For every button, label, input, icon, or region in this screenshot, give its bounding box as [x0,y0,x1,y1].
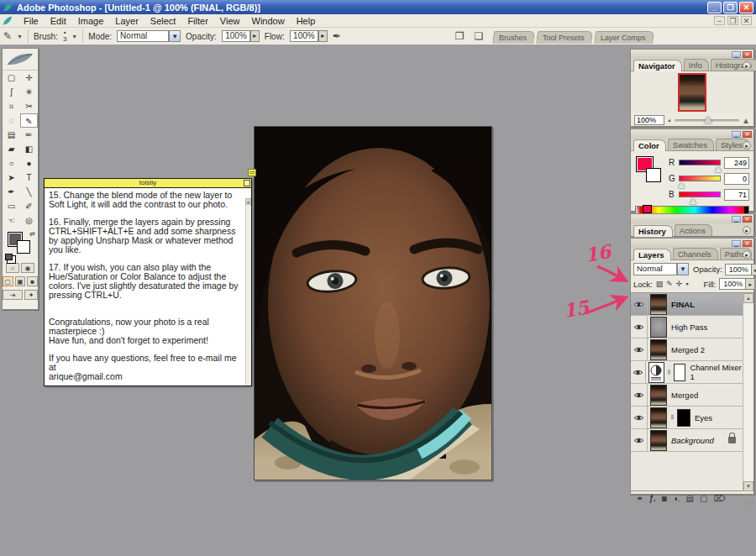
layer-fill-input[interactable]: 100% [719,278,746,290]
background-color-swatch[interactable] [17,240,30,254]
visibility-toggle[interactable] [631,429,648,452]
menu-filter[interactable]: Filter [181,15,213,27]
green-value-input[interactable]: 0 [724,173,749,185]
scroll-down-icon[interactable]: ▼ [743,481,753,491]
layer-row-high-pass[interactable]: High Pass [631,316,743,338]
well-tab-brushes[interactable]: Brushes [492,31,535,44]
palette-minimize-button[interactable]: ▁ [732,216,741,223]
layers-scrollbar[interactable]: ▲ ▼ [743,293,753,491]
opacity-input[interactable]: 100% [222,30,250,42]
tab-layers[interactable]: Layers [633,249,671,260]
layer-blend-mode-select[interactable]: Normal ▼ [633,263,689,275]
scroll-up-icon[interactable]: ▲ [743,293,753,303]
layer-thumbnail[interactable] [650,430,667,451]
red-slider[interactable] [679,160,721,165]
tab-info[interactable]: Info [684,59,709,71]
quick-mask-mode-button[interactable]: ◉ [21,263,34,273]
move-tool[interactable]: ✛ [20,71,38,85]
palette-minimize-button[interactable]: ▁ [732,131,741,138]
menu-help[interactable]: Help [291,15,322,27]
standard-screen-mode-button[interactable]: ▢ [3,276,13,286]
layer-thumbnail[interactable] [650,317,667,338]
note-title-bar[interactable]: tolstiy [45,179,251,188]
pen-tool[interactable]: ✒ [3,185,20,199]
eraser-tool[interactable]: ▰ [3,142,20,156]
scroll-up-icon[interactable]: ▲ [245,198,251,205]
link-layers-icon[interactable]: ⚭ [636,494,643,503]
lock-all-icon[interactable]: ▪ [685,280,688,288]
blue-slider[interactable] [679,191,721,197]
visibility-toggle[interactable] [631,384,648,407]
lasso-tool[interactable]: ʃ [3,85,20,99]
doc-close-button[interactable]: ✕ [741,16,752,25]
palette-close-button[interactable]: ✕ [743,240,752,247]
blur-tool[interactable]: ○ [3,156,20,170]
slice-tool[interactable]: ✂ [20,99,38,113]
palette-menu-button[interactable]: ▸ [743,226,751,234]
dodge-tool[interactable]: ● [20,156,38,170]
layer-row-eyes[interactable]: ∞ Eyes [631,407,743,429]
doc-restore-button[interactable]: ❐ [727,16,738,25]
layer-thumbnail[interactable] [650,339,667,360]
layer-style-icon[interactable]: ƒ. [648,494,655,503]
gamut-warning-icon[interactable]: ⚠ [634,205,641,213]
menu-view[interactable]: View [214,15,246,27]
note-scrollbar[interactable]: ▲ ▼ [245,198,251,386]
eyedropper-tool[interactable]: ✐ [20,199,38,213]
brush-tool[interactable]: ✎ [20,113,38,128]
layer-mask-thumbnail[interactable] [674,364,686,381]
layer-thumbnail[interactable] [650,407,667,428]
palette-resize-grip[interactable] [743,495,753,505]
restore-button[interactable]: ❐ [723,2,738,13]
zoom-tool[interactable]: ◎ [20,213,38,228]
new-group-icon[interactable]: ▤ [686,494,694,503]
well-tab-tool-presets[interactable]: Tool Presets [537,31,593,44]
palette-close-button[interactable]: ✕ [743,131,752,138]
visibility-toggle[interactable] [631,338,648,361]
close-button[interactable]: ✕ [739,2,753,13]
navigator-zoom-input[interactable]: 100% [634,115,664,125]
layer-mask-thumbnail[interactable] [677,409,690,427]
line-tool[interactable]: ╲ [20,185,38,199]
gradient-tool[interactable]: ◧ [20,142,38,156]
clone-stamp-tool[interactable]: ▤ [3,128,20,142]
layer-fill-arrow[interactable]: ▸ [746,278,755,290]
gamut-closest-color-swatch[interactable] [643,205,652,213]
title-bar[interactable]: Adobe Photoshop - [Untitled-1 @ 100% (FI… [0,0,756,14]
rectangular-marquee-tool[interactable]: ▢ [3,71,20,85]
tab-color[interactable]: Color [633,139,666,151]
path-selection-tool[interactable]: ➤ [3,170,20,185]
palette-close-button[interactable]: ✕ [743,216,752,223]
zoom-out-icon[interactable]: ▲ [667,118,672,123]
navigator-zoom-slider[interactable] [675,119,739,122]
menu-window[interactable]: Window [246,15,291,27]
tool-preset-dropdown-arrow[interactable]: ▼ [17,34,23,39]
file-browser-toggle-icon[interactable]: ❐ [455,30,465,42]
visibility-toggle[interactable] [631,407,648,429]
note-annotation-icon[interactable] [248,169,256,176]
flow-arrow[interactable]: ▸ [318,30,328,42]
visibility-toggle[interactable] [631,361,646,384]
blend-mode-select[interactable]: Normal ▼ [117,30,181,42]
brush-tool-preset-icon[interactable]: ✎ [3,30,12,42]
mode-dropdown-arrow[interactable]: ▼ [169,30,181,42]
well-tab-layer-comps[interactable]: Layer Comps [594,31,654,44]
lock-position-icon[interactable]: ✛ [676,280,683,288]
tab-swatches[interactable]: Swatches [668,139,714,150]
lock-pixels-icon[interactable]: ✎ [666,280,673,288]
magic-wand-tool[interactable]: ✳ [20,85,38,99]
fullscreen-menubar-mode-button[interactable]: ▣ [15,276,26,286]
palette-menu-button[interactable]: ▸ [743,61,751,70]
opacity-arrow[interactable]: ▸ [250,30,260,42]
palette-menu-button[interactable]: ▸ [743,250,751,259]
new-layer-icon[interactable]: ▢ [700,494,707,503]
healing-brush-tool[interactable]: ◌ [3,113,20,128]
lock-transparency-icon[interactable]: ▨ [656,280,664,288]
navigator-proxy-preview[interactable] [678,73,706,112]
menu-file[interactable]: File [18,15,45,27]
palette-menu-button[interactable]: ▸ [743,141,751,149]
default-colors-icon[interactable] [5,254,13,260]
blend-dropdown-arrow[interactable]: ▼ [677,263,689,275]
hand-tool[interactable]: ☜ [3,213,20,228]
add-mask-icon[interactable]: ◙ [662,494,667,503]
